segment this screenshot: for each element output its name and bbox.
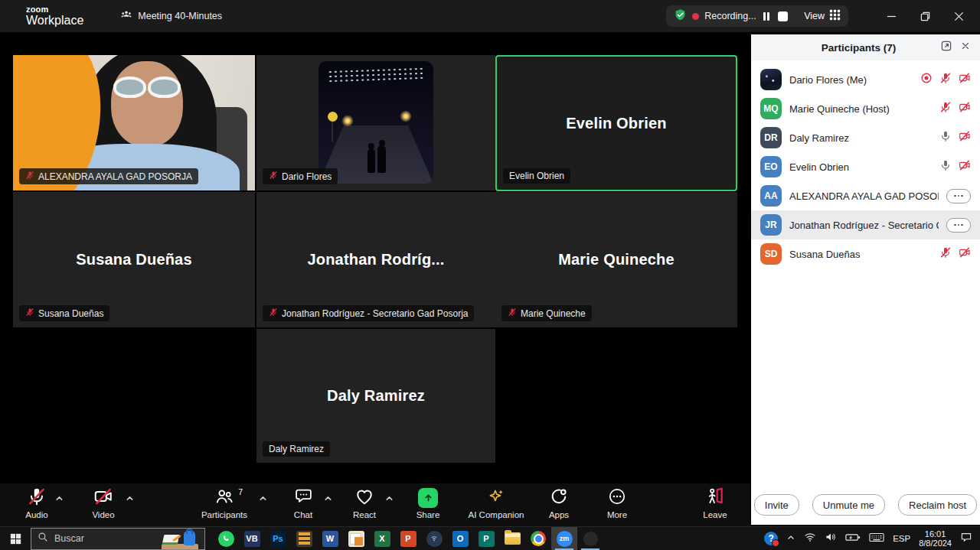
participant-avatar: AA <box>760 185 782 207</box>
video-tile[interactable]: Evelin ObrienEvelin Obrien <box>495 55 737 191</box>
participant-camera-off-icon[interactable] <box>959 72 971 87</box>
outlook-taskbar-icon[interactable]: O <box>447 527 473 550</box>
participant-row[interactable]: EOEvelin Obrien <box>751 152 980 181</box>
excel-taskbar-icon[interactable]: X <box>369 527 395 550</box>
system-tray: ? ESP 16:01 8/8/2024 <box>764 529 980 548</box>
chrome-taskbar-icon[interactable] <box>525 527 551 550</box>
mic-muted-icon <box>27 487 47 509</box>
title-bar: zoom Workplace Meeting 40-Minutes Record… <box>0 0 980 32</box>
participant-more-button[interactable] <box>946 189 971 203</box>
toolbar-item-label: Leave <box>703 510 727 519</box>
tile-name-label: Dario Flores <box>263 168 338 184</box>
search-highlight-illustration[interactable] <box>162 529 198 549</box>
participant-avatar-photo <box>760 69 782 90</box>
tile-name-label: Marie Quineche <box>501 305 592 321</box>
participant-row[interactable]: SDSusana Dueñas <box>751 239 980 268</box>
popout-panel-icon[interactable] <box>940 40 952 55</box>
heart-icon <box>354 487 374 509</box>
action-center-icon[interactable] <box>960 531 972 546</box>
meeting-people-icon <box>120 9 132 24</box>
participant-avatar: SD <box>760 243 782 265</box>
taskbar-search-input[interactable]: Buscar <box>31 528 205 550</box>
participant-row[interactable]: AAALEXANDRA AYALA GAD POSORJA <box>751 181 980 210</box>
participant-avatar: JR <box>760 214 782 236</box>
video-options-chevron[interactable] <box>125 493 136 503</box>
participant-camera-off-icon[interactable] <box>959 130 971 145</box>
stop-recording-button[interactable] <box>778 11 788 21</box>
participant-avatar: MQ <box>760 98 782 119</box>
toolbar-item-label: Video <box>92 510 114 519</box>
minimize-button[interactable] <box>874 0 908 32</box>
apps-icon <box>549 487 569 509</box>
meeting-tab[interactable]: Meeting 40-Minutes <box>120 9 222 24</box>
invite-button[interactable]: Invite <box>754 494 799 516</box>
zoom-taskbar-icon[interactable]: zm <box>551 527 577 550</box>
share-icon <box>418 488 438 508</box>
participant-more-button[interactable] <box>946 218 971 233</box>
start-button[interactable] <box>0 527 31 550</box>
leave-icon <box>705 487 725 509</box>
more-button[interactable]: More <box>580 487 654 519</box>
background-app-taskbar-icon[interactable] <box>577 527 603 550</box>
tray-chevron-up-icon[interactable] <box>786 532 795 545</box>
help-notification-icon[interactable]: ? <box>764 532 778 545</box>
view-button[interactable]: View <box>804 9 841 23</box>
participant-mic-icon[interactable] <box>939 159 952 174</box>
participant-row[interactable]: DRDaly Ramirez <box>751 123 980 152</box>
zoom-workplace-logo: zoom Workplace <box>26 5 83 27</box>
reclaim-host-button[interactable]: Reclaim host <box>898 494 977 516</box>
movie-maker-taskbar-icon[interactable] <box>291 527 317 550</box>
logo-workplace-text: Workplace <box>26 15 83 27</box>
wifi-icon[interactable] <box>804 531 816 546</box>
touch-keyboard-icon[interactable] <box>869 532 884 545</box>
video-tile[interactable]: ALEXANDRA AYALA GAD POSORJA <box>13 55 255 190</box>
meeting-tab-label: Meeting 40-Minutes <box>138 11 222 21</box>
participant-mic-muted-icon[interactable] <box>939 246 952 262</box>
sparkle-icon <box>486 487 506 509</box>
unmute-me-button[interactable]: Unmute me <box>812 494 885 516</box>
video-tile[interactable]: Marie QuinecheMarie Quineche <box>495 192 737 327</box>
toolbar-item-label: Participants <box>201 510 247 519</box>
participant-camera-off-icon[interactable] <box>959 101 971 116</box>
word-taskbar-icon[interactable]: W <box>317 527 343 550</box>
wireless-display-taskbar-icon[interactable] <box>421 527 447 550</box>
participant-mic-muted-icon[interactable] <box>939 101 952 116</box>
share-button[interactable]: Share <box>391 487 465 519</box>
participant-mic-icon[interactable] <box>939 130 952 145</box>
taskbar-clock[interactable]: 16:01 8/8/2024 <box>919 529 952 548</box>
video-tile[interactable]: Daly RamirezDaly Ramirez <box>256 329 495 463</box>
close-button[interactable] <box>942 0 975 32</box>
participant-row[interactable]: Dario Flores (Me) <box>751 65 980 94</box>
battery-icon[interactable] <box>845 532 861 545</box>
participants-panel-title: Participants (7) <box>751 42 940 54</box>
photos-taskbar-icon[interactable] <box>343 527 369 550</box>
participant-camera-off-icon[interactable] <box>959 246 971 262</box>
powerpoint-taskbar-icon[interactable]: P <box>395 527 421 550</box>
view-label: View <box>804 11 825 21</box>
participant-row[interactable]: JRJonathan Rodríguez - Secretario Ga... <box>751 210 980 239</box>
language-indicator[interactable]: ESP <box>893 534 910 543</box>
people-icon <box>214 487 234 509</box>
audio-options-chevron[interactable] <box>54 493 65 503</box>
photoshop-taskbar-icon[interactable]: Ps <box>265 527 291 550</box>
participants-panel-header: Participants (7) <box>751 34 980 60</box>
participants-button[interactable]: 7Participants <box>188 487 261 519</box>
taskbar-apps: VBPsWXPOPzm <box>213 527 603 550</box>
video-tile[interactable]: Dario Flores <box>256 55 495 190</box>
publisher-taskbar-icon[interactable]: P <box>473 527 499 550</box>
participant-mic-muted-icon[interactable] <box>939 72 952 87</box>
security-shield-icon[interactable] <box>674 8 687 24</box>
participant-camera-off-icon[interactable] <box>959 159 971 174</box>
pause-recording-button[interactable] <box>763 12 770 21</box>
video-tile[interactable]: Jonathan Rodríg...Jonathan Rodríguez - S… <box>256 192 495 327</box>
cam-muted-icon <box>93 487 113 509</box>
leave-button[interactable]: Leave <box>678 487 752 519</box>
whatsapp-taskbar-icon[interactable] <box>213 527 239 550</box>
video-tile[interactable]: Susana DueñasSusana Dueñas <box>13 192 255 327</box>
visual-basic-taskbar-icon[interactable]: VB <box>239 527 265 550</box>
volume-icon[interactable] <box>825 531 837 546</box>
file-explorer-taskbar-icon[interactable] <box>499 527 525 550</box>
participant-row[interactable]: MQMarie Quineche (Host) <box>751 94 980 123</box>
restore-button[interactable] <box>908 0 942 32</box>
close-panel-icon[interactable] <box>960 41 971 54</box>
